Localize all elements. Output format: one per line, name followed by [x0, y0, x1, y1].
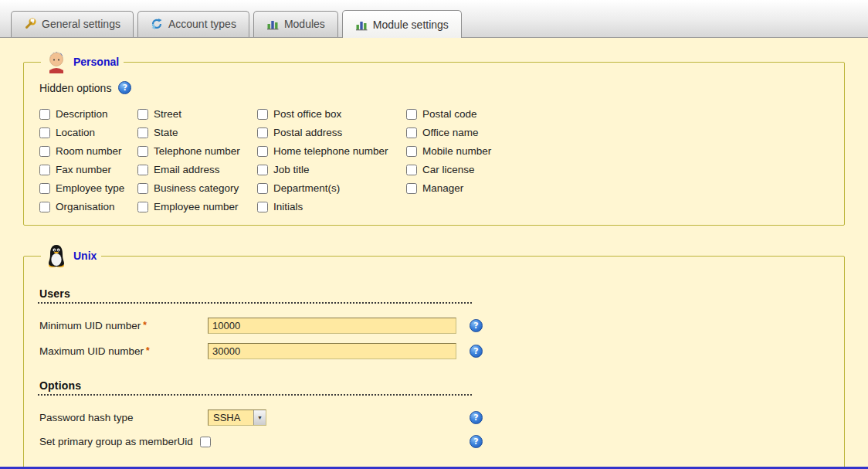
maximum-uid-row: Maximum UID number* ?: [39, 343, 830, 359]
minimum-uid-row: Minimum UID number* ?: [39, 318, 830, 334]
member-uid-row: Set primary group as memberUid ?: [39, 435, 830, 448]
checkbox[interactable]: [137, 202, 148, 212]
checkbox[interactable]: [257, 146, 268, 157]
unix-section-legend: Unix: [41, 244, 101, 267]
checkbox[interactable]: [39, 183, 50, 194]
checkbox-option-employee-type[interactable]: Employee type: [39, 182, 137, 194]
checkbox-option-location[interactable]: Location: [39, 127, 137, 138]
checkbox-option-job-title[interactable]: Job title: [257, 164, 406, 175]
tab-label: Modules: [284, 18, 325, 30]
checkbox[interactable]: [406, 183, 417, 194]
tab-label: Module settings: [373, 19, 449, 31]
account-types-icon: [151, 18, 163, 30]
checkbox[interactable]: [137, 127, 148, 138]
checkbox-option-home-telephone-number[interactable]: Home telephone number: [257, 145, 406, 157]
options-subheader: Options: [38, 379, 472, 396]
tab-account-types[interactable]: Account types: [137, 11, 249, 37]
minimum-uid-label: Minimum UID number*: [39, 320, 208, 331]
checkbox-option-street[interactable]: Street: [137, 108, 257, 120]
hidden-options-label: Hidden options: [39, 82, 111, 94]
checkbox[interactable]: [257, 202, 268, 212]
password-hash-select[interactable]: SSHA ▼: [208, 410, 266, 426]
checkbox-option-mobile-number[interactable]: Mobile number: [406, 145, 576, 157]
checkbox-option-manager[interactable]: Manager: [406, 182, 576, 194]
checkbox-option-fax-number[interactable]: Fax number: [39, 164, 137, 175]
checkbox-option-office-name[interactable]: Office name: [406, 127, 576, 138]
checkbox[interactable]: [257, 183, 268, 194]
password-hash-selected-value: SSHA: [209, 410, 253, 425]
checkbox[interactable]: [39, 109, 50, 120]
checkbox[interactable]: [39, 165, 50, 175]
checkbox-option-state[interactable]: State: [137, 127, 257, 138]
member-uid-checkbox[interactable]: [200, 437, 211, 447]
maximum-uid-input[interactable]: [208, 343, 456, 359]
tab-module-settings[interactable]: Module settings: [342, 10, 462, 38]
checkbox-option-post-office-box[interactable]: Post office box: [257, 108, 406, 120]
minimum-uid-input[interactable]: [208, 318, 456, 334]
unix-section-title: Unix: [73, 250, 97, 262]
checkbox[interactable]: [137, 165, 148, 175]
tux-penguin-icon: [46, 244, 67, 267]
checkbox-option-initials[interactable]: Initials: [257, 201, 406, 212]
checkbox[interactable]: [39, 202, 50, 212]
checkbox-option-organisation[interactable]: Organisation: [39, 201, 137, 212]
member-uid-label: Set primary group as memberUid: [39, 436, 193, 447]
checkbox-option-departments[interactable]: Department(s): [257, 182, 406, 194]
required-marker: *: [143, 320, 147, 331]
member-uid-option[interactable]: Set primary group as memberUid: [39, 436, 456, 447]
checkbox-option-description[interactable]: Description: [39, 108, 137, 120]
tab-label: Account types: [168, 18, 236, 30]
modules-icon: [266, 18, 279, 30]
chevron-down-icon: ▼: [253, 410, 266, 425]
checkbox-option-employee-number[interactable]: Employee number: [137, 201, 257, 212]
personal-section-legend: Personal: [41, 50, 124, 73]
checkbox-option-car-license[interactable]: Car license: [406, 164, 576, 175]
hidden-options-row: Hidden options ?: [39, 81, 830, 94]
checkbox[interactable]: [257, 165, 268, 175]
personal-section: Personal Hidden options ? Description St…: [23, 50, 845, 226]
maximum-uid-label: Maximum UID number*: [39, 345, 208, 357]
password-hash-label: Password hash type: [39, 412, 208, 423]
tab-bar: General settings Account types Modules M…: [0, 0, 868, 38]
checkbox[interactable]: [257, 109, 268, 120]
checkbox-option-room-number[interactable]: Room number: [39, 145, 137, 157]
checkbox-option-email-address[interactable]: Email address: [137, 164, 257, 175]
checkbox[interactable]: [406, 127, 417, 138]
checkbox[interactable]: [39, 127, 50, 138]
personal-section-title: Personal: [73, 56, 119, 68]
help-icon[interactable]: ?: [470, 411, 483, 424]
checkbox[interactable]: [406, 146, 417, 157]
tab-modules[interactable]: Modules: [253, 11, 338, 37]
password-hash-row: Password hash type SSHA ▼ ?: [39, 410, 830, 426]
checkbox[interactable]: [137, 183, 148, 194]
unix-section: Unix Users Minimum UID number* ? Maximum…: [23, 244, 845, 469]
help-icon[interactable]: ?: [470, 435, 483, 448]
checkbox-option-postal-code[interactable]: Postal code: [406, 108, 576, 120]
module-settings-icon: [355, 19, 368, 31]
checkbox[interactable]: [406, 165, 417, 175]
checkbox[interactable]: [39, 146, 50, 157]
checkbox-option-telephone-number[interactable]: Telephone number: [137, 145, 257, 157]
required-marker: *: [146, 345, 150, 356]
tab-general-settings[interactable]: General settings: [11, 11, 134, 37]
checkbox-option-postal-address[interactable]: Postal address: [257, 127, 406, 138]
settings-content: Personal Hidden options ? Description St…: [0, 38, 868, 469]
person-icon: [46, 50, 67, 73]
checkbox[interactable]: [257, 127, 268, 138]
checkbox[interactable]: [406, 109, 417, 120]
help-icon[interactable]: ?: [470, 319, 483, 332]
checkbox-option-business-category[interactable]: Business category: [137, 182, 257, 194]
wrench-icon: [24, 18, 36, 30]
users-subheader: Users: [38, 287, 472, 304]
checkbox[interactable]: [137, 109, 148, 120]
tab-label: General settings: [42, 18, 120, 30]
checkbox[interactable]: [137, 146, 148, 157]
help-icon[interactable]: ?: [118, 81, 131, 94]
help-icon[interactable]: ?: [470, 345, 483, 358]
hidden-options-grid: Description Street Post office box Posta…: [39, 108, 830, 212]
